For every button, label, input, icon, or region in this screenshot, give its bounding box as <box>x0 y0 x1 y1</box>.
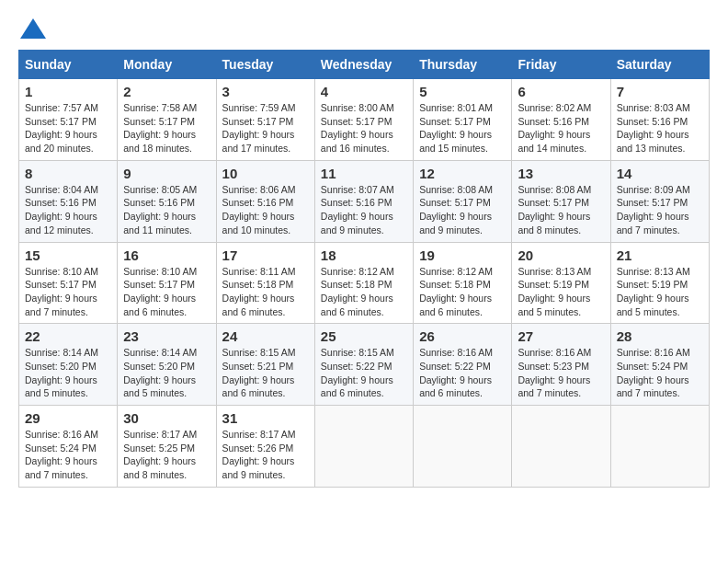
weekday-header-tuesday: Tuesday <box>216 51 314 79</box>
day-info: Sunrise: 8:02 AMSunset: 5:16 PMDaylight:… <box>518 101 604 155</box>
day-number: 15 <box>25 247 111 263</box>
day-info: Sunrise: 8:08 AMSunset: 5:17 PMDaylight:… <box>419 183 506 237</box>
logo <box>18 18 46 35</box>
day-number: 9 <box>123 166 210 181</box>
day-info: Sunrise: 7:59 AMSunset: 5:17 PMDaylight:… <box>222 101 309 155</box>
calendar-cell: 8Sunrise: 8:04 AMSunset: 5:16 PMDaylight… <box>19 160 118 242</box>
day-number: 30 <box>123 410 210 426</box>
calendar-cell: 29Sunrise: 8:16 AMSunset: 5:24 PMDayligh… <box>19 406 118 488</box>
day-number: 4 <box>321 84 407 99</box>
calendar-cell: 9Sunrise: 8:05 AMSunset: 5:16 PMDaylight… <box>118 160 216 242</box>
day-info: Sunrise: 8:12 AMSunset: 5:18 PMDaylight:… <box>321 265 407 319</box>
day-number: 3 <box>222 84 309 99</box>
calendar-cell: 27Sunrise: 8:16 AMSunset: 5:23 PMDayligh… <box>512 324 610 406</box>
day-info: Sunrise: 8:04 AMSunset: 5:16 PMDaylight:… <box>25 183 111 237</box>
day-number: 7 <box>617 84 703 99</box>
day-number: 11 <box>321 166 407 181</box>
day-info: Sunrise: 8:12 AMSunset: 5:18 PMDaylight:… <box>419 265 506 319</box>
calendar-cell: 30Sunrise: 8:17 AMSunset: 5:25 PMDayligh… <box>118 406 216 488</box>
day-number: 5 <box>419 84 506 99</box>
day-number: 2 <box>123 84 210 99</box>
calendar-cell <box>610 406 709 488</box>
calendar-cell: 12Sunrise: 8:08 AMSunset: 5:17 PMDayligh… <box>414 160 512 242</box>
day-number: 29 <box>25 410 111 426</box>
day-info: Sunrise: 8:10 AMSunset: 5:17 PMDaylight:… <box>123 265 210 319</box>
day-number: 14 <box>617 166 703 181</box>
day-number: 10 <box>222 166 309 181</box>
day-info: Sunrise: 8:13 AMSunset: 5:19 PMDaylight:… <box>518 265 604 319</box>
calendar-cell: 2Sunrise: 7:58 AMSunset: 5:17 PMDaylight… <box>118 79 216 161</box>
day-number: 8 <box>25 166 111 181</box>
calendar-cell: 19Sunrise: 8:12 AMSunset: 5:18 PMDayligh… <box>414 242 512 324</box>
calendar-cell: 14Sunrise: 8:09 AMSunset: 5:17 PMDayligh… <box>610 160 709 242</box>
calendar-week-row: 15Sunrise: 8:10 AMSunset: 5:17 PMDayligh… <box>19 242 710 324</box>
day-number: 17 <box>222 247 309 263</box>
day-info: Sunrise: 8:01 AMSunset: 5:17 PMDaylight:… <box>419 101 506 155</box>
day-info: Sunrise: 8:17 AMSunset: 5:26 PMDaylight:… <box>222 428 309 482</box>
day-info: Sunrise: 7:57 AMSunset: 5:17 PMDaylight:… <box>25 101 111 155</box>
day-info: Sunrise: 8:16 AMSunset: 5:24 PMDaylight:… <box>25 428 111 482</box>
day-info: Sunrise: 8:03 AMSunset: 5:16 PMDaylight:… <box>617 101 703 155</box>
day-number: 19 <box>419 247 506 263</box>
weekday-header-friday: Friday <box>512 51 610 79</box>
calendar-table: SundayMondayTuesdayWednesdayThursdayFrid… <box>18 50 710 488</box>
day-info: Sunrise: 8:14 AMSunset: 5:20 PMDaylight:… <box>123 346 210 400</box>
calendar-cell: 16Sunrise: 8:10 AMSunset: 5:17 PMDayligh… <box>118 242 216 324</box>
calendar-cell: 17Sunrise: 8:11 AMSunset: 5:18 PMDayligh… <box>216 242 314 324</box>
calendar-cell: 24Sunrise: 8:15 AMSunset: 5:21 PMDayligh… <box>216 324 314 406</box>
day-info: Sunrise: 8:16 AMSunset: 5:23 PMDaylight:… <box>518 346 604 400</box>
weekday-header-sunday: Sunday <box>19 51 118 79</box>
day-number: 6 <box>518 84 604 99</box>
weekday-header-saturday: Saturday <box>610 51 709 79</box>
calendar-cell: 23Sunrise: 8:14 AMSunset: 5:20 PMDayligh… <box>118 324 216 406</box>
day-info: Sunrise: 8:08 AMSunset: 5:17 PMDaylight:… <box>518 183 604 237</box>
day-number: 25 <box>321 328 407 344</box>
calendar-cell: 5Sunrise: 8:01 AMSunset: 5:17 PMDaylight… <box>414 79 512 161</box>
day-info: Sunrise: 8:14 AMSunset: 5:20 PMDaylight:… <box>25 346 111 400</box>
day-info: Sunrise: 8:15 AMSunset: 5:21 PMDaylight:… <box>222 346 309 400</box>
day-info: Sunrise: 7:58 AMSunset: 5:17 PMDaylight:… <box>123 101 210 155</box>
day-number: 28 <box>617 328 703 344</box>
day-number: 27 <box>518 328 604 344</box>
day-number: 16 <box>123 247 210 263</box>
svg-marker-0 <box>20 18 46 39</box>
calendar-cell: 26Sunrise: 8:16 AMSunset: 5:22 PMDayligh… <box>414 324 512 406</box>
day-number: 23 <box>123 328 210 344</box>
day-number: 21 <box>617 247 703 263</box>
day-info: Sunrise: 8:17 AMSunset: 5:25 PMDaylight:… <box>123 428 210 482</box>
day-info: Sunrise: 8:10 AMSunset: 5:17 PMDaylight:… <box>25 265 111 319</box>
day-info: Sunrise: 8:15 AMSunset: 5:22 PMDaylight:… <box>321 346 407 400</box>
day-info: Sunrise: 8:06 AMSunset: 5:16 PMDaylight:… <box>222 183 309 237</box>
day-number: 12 <box>419 166 506 181</box>
weekday-header-monday: Monday <box>118 51 216 79</box>
calendar-week-row: 1Sunrise: 7:57 AMSunset: 5:17 PMDaylight… <box>19 79 710 161</box>
day-info: Sunrise: 8:11 AMSunset: 5:18 PMDaylight:… <box>222 265 309 319</box>
logo-icon <box>20 18 46 39</box>
calendar-cell: 3Sunrise: 7:59 AMSunset: 5:17 PMDaylight… <box>216 79 314 161</box>
day-number: 1 <box>25 84 111 99</box>
calendar-cell: 21Sunrise: 8:13 AMSunset: 5:19 PMDayligh… <box>610 242 709 324</box>
calendar-cell: 18Sunrise: 8:12 AMSunset: 5:18 PMDayligh… <box>314 242 413 324</box>
calendar-week-row: 22Sunrise: 8:14 AMSunset: 5:20 PMDayligh… <box>19 324 710 406</box>
calendar-cell: 31Sunrise: 8:17 AMSunset: 5:26 PMDayligh… <box>216 406 314 488</box>
day-info: Sunrise: 8:00 AMSunset: 5:17 PMDaylight:… <box>321 101 407 155</box>
calendar-week-row: 29Sunrise: 8:16 AMSunset: 5:24 PMDayligh… <box>19 406 710 488</box>
weekday-header-wednesday: Wednesday <box>314 51 413 79</box>
calendar-cell: 15Sunrise: 8:10 AMSunset: 5:17 PMDayligh… <box>19 242 118 324</box>
day-info: Sunrise: 8:16 AMSunset: 5:24 PMDaylight:… <box>617 346 703 400</box>
calendar-cell <box>414 406 512 488</box>
day-number: 24 <box>222 328 309 344</box>
calendar-cell: 13Sunrise: 8:08 AMSunset: 5:17 PMDayligh… <box>512 160 610 242</box>
day-info: Sunrise: 8:16 AMSunset: 5:22 PMDaylight:… <box>419 346 506 400</box>
calendar-cell: 1Sunrise: 7:57 AMSunset: 5:17 PMDaylight… <box>19 79 118 161</box>
calendar-cell: 22Sunrise: 8:14 AMSunset: 5:20 PMDayligh… <box>19 324 118 406</box>
calendar-week-row: 8Sunrise: 8:04 AMSunset: 5:16 PMDaylight… <box>19 160 710 242</box>
page-header <box>18 18 710 35</box>
calendar-header: SundayMondayTuesdayWednesdayThursdayFrid… <box>19 51 710 79</box>
weekday-header-thursday: Thursday <box>414 51 512 79</box>
day-info: Sunrise: 8:13 AMSunset: 5:19 PMDaylight:… <box>617 265 703 319</box>
calendar-cell: 28Sunrise: 8:16 AMSunset: 5:24 PMDayligh… <box>610 324 709 406</box>
calendar-cell: 4Sunrise: 8:00 AMSunset: 5:17 PMDaylight… <box>314 79 413 161</box>
calendar-cell: 7Sunrise: 8:03 AMSunset: 5:16 PMDaylight… <box>610 79 709 161</box>
day-number: 26 <box>419 328 506 344</box>
